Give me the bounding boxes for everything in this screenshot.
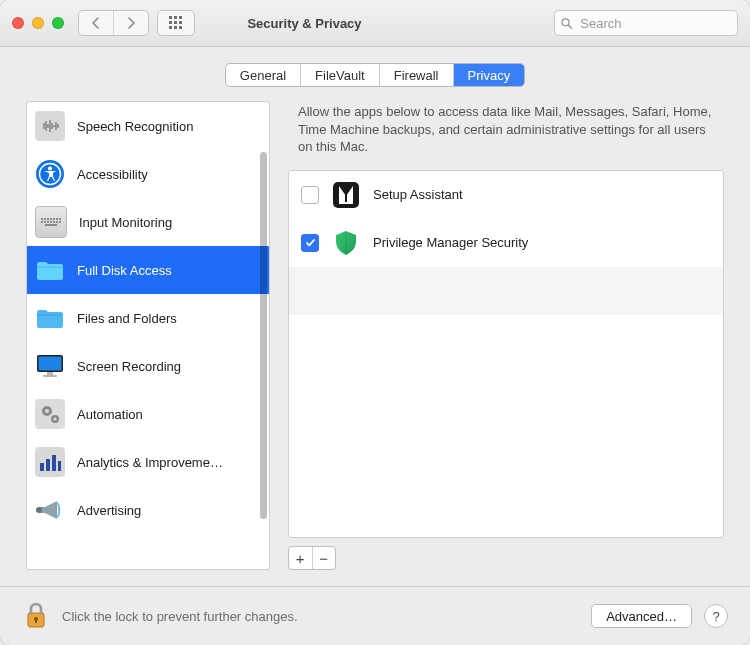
minimize-window-button[interactable] (32, 17, 44, 29)
footer: Click the lock to prevent further change… (0, 586, 750, 645)
folder-icon (35, 255, 65, 285)
help-button[interactable]: ? (704, 604, 728, 628)
svg-rect-26 (50, 218, 52, 220)
add-remove-controls: + − (288, 546, 336, 570)
privacy-category-sidebar: Speech Recognition Accessibility Input M… (26, 101, 270, 570)
sidebar-item-input-monitoring[interactable]: Input Monitoring (27, 198, 269, 246)
detail-pane: Allow the apps below to access data like… (288, 101, 724, 570)
forward-button[interactable] (114, 11, 148, 35)
svg-rect-49 (58, 461, 61, 471)
show-all-button[interactable] (157, 10, 195, 36)
sidebar-item-analytics[interactable]: Analytics & Improveme… (27, 438, 269, 486)
sidebar-item-speech[interactable]: Speech Recognition (27, 102, 269, 150)
security-privacy-window: Security & Privacy General FileVault Fir… (0, 0, 750, 645)
svg-rect-48 (52, 455, 56, 471)
tab-filevault[interactable]: FileVault (301, 64, 380, 86)
sidebar-item-screen-recording[interactable]: Screen Recording (27, 342, 269, 390)
app-checkbox[interactable] (301, 234, 319, 252)
app-row-empty (289, 315, 723, 363)
app-label: Privilege Manager Security (373, 235, 528, 250)
svg-rect-39 (39, 357, 62, 371)
sidebar-item-label: Accessibility (77, 167, 148, 182)
svg-rect-1 (174, 16, 177, 19)
sidebar-item-label: Advertising (77, 503, 141, 518)
svg-rect-4 (174, 21, 177, 24)
tuxedo-icon (331, 180, 361, 210)
sidebar-item-label: Analytics & Improveme… (77, 455, 223, 470)
svg-rect-7 (174, 26, 177, 29)
advanced-button[interactable]: Advanced… (591, 604, 692, 628)
tab-row: General FileVault Firewall Privacy (0, 47, 750, 101)
svg-line-10 (568, 24, 571, 27)
svg-rect-6 (169, 26, 172, 29)
search-input[interactable] (578, 15, 731, 32)
app-checkbox[interactable] (301, 186, 319, 204)
svg-rect-36 (59, 221, 61, 223)
svg-rect-41 (43, 375, 57, 377)
shield-icon (331, 228, 361, 258)
app-list: Setup Assistant Privilege Manager Securi… (288, 170, 724, 538)
remove-app-button[interactable]: − (313, 547, 336, 569)
svg-rect-30 (41, 221, 43, 223)
svg-point-45 (53, 417, 56, 420)
window-controls (12, 17, 64, 29)
tab-general[interactable]: General (226, 64, 301, 86)
app-row-privilege-manager[interactable]: Privilege Manager Security (289, 219, 723, 267)
lock-icon[interactable] (22, 600, 50, 633)
tab-privacy[interactable]: Privacy (454, 64, 525, 86)
display-icon (35, 351, 65, 381)
megaphone-icon (35, 495, 65, 525)
svg-rect-5 (179, 21, 182, 24)
app-row-setup-assistant[interactable]: Setup Assistant (289, 171, 723, 219)
svg-rect-3 (169, 21, 172, 24)
titlebar: Security & Privacy (0, 0, 750, 47)
search-field[interactable] (554, 10, 738, 36)
sidebar-scrollbar[interactable] (260, 152, 267, 519)
sidebar-item-label: Automation (77, 407, 143, 422)
svg-rect-35 (56, 221, 58, 223)
sidebar-item-label: Input Monitoring (79, 215, 172, 230)
svg-rect-0 (169, 16, 172, 19)
svg-rect-47 (46, 459, 50, 471)
description-text: Allow the apps below to access data like… (288, 101, 724, 170)
back-button[interactable] (79, 11, 114, 35)
svg-rect-2 (179, 16, 182, 19)
check-icon (305, 237, 316, 248)
lock-text: Click the lock to prevent further change… (62, 609, 579, 624)
close-window-button[interactable] (12, 17, 24, 29)
app-label: Setup Assistant (373, 187, 463, 202)
keyboard-icon (35, 206, 67, 238)
accessibility-icon (35, 159, 65, 189)
chevron-left-icon (91, 17, 101, 29)
zoom-window-button[interactable] (52, 17, 64, 29)
svg-point-50 (36, 507, 42, 513)
sidebar-item-accessibility[interactable]: Accessibility (27, 150, 269, 198)
add-app-button[interactable]: + (289, 547, 313, 569)
app-row-empty (289, 267, 723, 315)
svg-point-43 (45, 409, 49, 413)
sidebar-item-advertising[interactable]: Advertising (27, 486, 269, 534)
svg-rect-55 (35, 619, 37, 623)
grid-icon (169, 16, 183, 30)
svg-rect-32 (47, 221, 49, 223)
sidebar-item-automation[interactable]: Automation (27, 390, 269, 438)
tabs: General FileVault Firewall Privacy (225, 63, 525, 87)
svg-rect-46 (40, 463, 44, 471)
svg-rect-25 (47, 218, 49, 220)
nav-back-forward (78, 10, 149, 36)
sidebar-item-label: Speech Recognition (77, 119, 193, 134)
svg-point-22 (48, 167, 52, 171)
search-icon (561, 17, 572, 30)
folder-icon (35, 303, 65, 333)
svg-rect-28 (56, 218, 58, 220)
svg-rect-52 (345, 192, 347, 202)
waveform-icon (35, 111, 65, 141)
sidebar-item-files-folders[interactable]: Files and Folders (27, 294, 269, 342)
svg-rect-31 (44, 221, 46, 223)
svg-rect-37 (45, 224, 57, 226)
svg-rect-29 (59, 218, 61, 220)
svg-rect-27 (53, 218, 55, 220)
sidebar-item-label: Files and Folders (77, 311, 177, 326)
sidebar-item-full-disk-access[interactable]: Full Disk Access (27, 246, 269, 294)
tab-firewall[interactable]: Firewall (380, 64, 454, 86)
